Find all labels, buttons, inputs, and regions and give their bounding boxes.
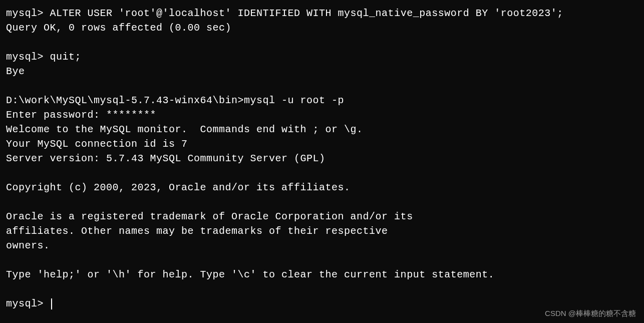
terminal-line: affiliates. Other names may be trademark… — [6, 224, 638, 238]
command-input[interactable] — [44, 298, 50, 309]
terminal-line: mysql> quit; — [6, 50, 638, 64]
terminal-line: mysql> ALTER USER 'root'@'localhost' IDE… — [6, 6, 638, 21]
command-text: ALTER USER 'root'@'localhost' IDENTIFIED… — [44, 8, 563, 19]
terminal-line: Copyright (c) 2000, 2023, Oracle and/or … — [6, 180, 638, 195]
command-text: quit; — [44, 51, 81, 63]
terminal-line: Query OK, 0 rows affected (0.00 sec) — [6, 21, 638, 35]
terminal-line — [6, 282, 638, 296]
terminal-output[interactable]: mysql> ALTER USER 'root'@'localhost' IDE… — [6, 6, 638, 311]
terminal-line: Welcome to the MySQL monitor. Commands e… — [6, 122, 638, 137]
terminal-line: Oracle is a registered trademark of Orac… — [6, 209, 638, 224]
shell-prompt: D:\work\MySQL\mysql-5.7.43-winx64\bin> — [6, 95, 244, 106]
terminal-line: Bye — [6, 64, 638, 79]
mysql-prompt: mysql> — [6, 51, 44, 63]
terminal-line: Type 'help;' or '\h' for help. Type '\c'… — [6, 267, 638, 282]
terminal-line: Server version: 5.7.43 MySQL Community S… — [6, 151, 638, 166]
terminal-line — [6, 195, 638, 209]
terminal-line: Enter password: ******** — [6, 108, 638, 122]
terminal-line: mysql> — [6, 296, 638, 311]
terminal-line — [6, 79, 638, 93]
cursor-icon — [51, 298, 52, 309]
terminal-line: D:\work\MySQL\mysql-5.7.43-winx64\bin>my… — [6, 93, 638, 108]
terminal-line — [6, 253, 638, 267]
watermark-text: CSDN @棒棒糖的糖不含糖 — [545, 308, 636, 319]
terminal-line — [6, 35, 638, 50]
mysql-prompt: mysql> — [6, 8, 44, 19]
mysql-prompt: mysql> — [6, 298, 44, 309]
terminal-line — [6, 166, 638, 180]
terminal-line: owners. — [6, 238, 638, 253]
terminal-line: Your MySQL connection id is 7 — [6, 137, 638, 151]
command-text: mysql -u root -p — [244, 95, 344, 106]
